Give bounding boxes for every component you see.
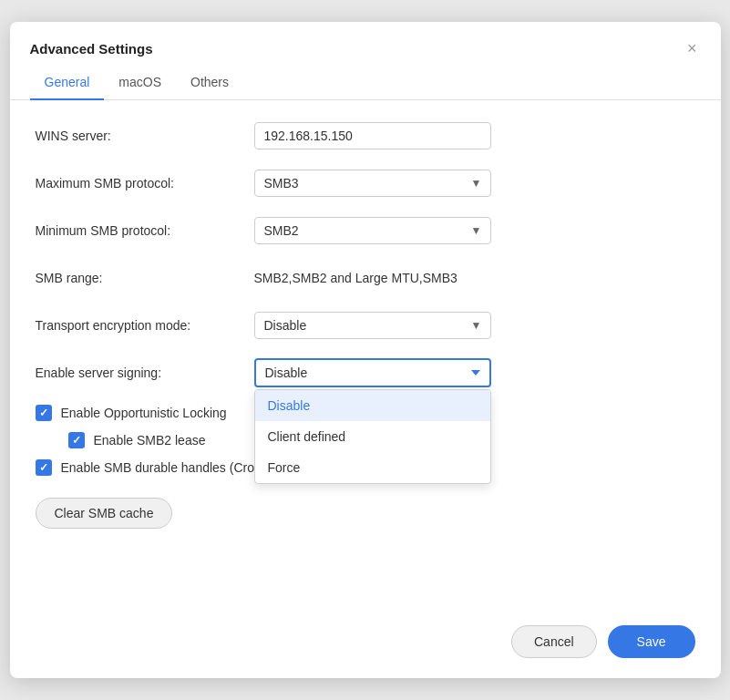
save-button[interactable]: Save <box>608 625 695 658</box>
check-icon: ✓ <box>39 462 48 473</box>
advanced-settings-dialog: Advanced Settings × General macOS Others… <box>10 22 721 678</box>
dialog-body: WINS server: Maximum SMB protocol: SMB3 … <box>10 100 721 608</box>
dialog-footer: Cancel Save <box>10 607 721 678</box>
check-icon: ✓ <box>72 435 81 446</box>
transport-enc-row: Transport encryption mode: Disable Enabl… <box>36 310 695 341</box>
tab-others[interactable]: Others <box>176 67 243 100</box>
transport-enc-label: Transport encryption mode: <box>36 318 254 333</box>
smb-range-value: SMB2,SMB2 and Large MTU,SMB3 <box>254 271 458 285</box>
server-signing-selected-value: Disable <box>265 365 308 380</box>
server-signing-label: Enable server signing: <box>36 365 254 380</box>
tab-general[interactable]: General <box>30 67 105 100</box>
dropdown-option-force[interactable]: Force <box>255 452 490 483</box>
close-button[interactable]: × <box>684 38 701 58</box>
server-signing-row: Enable server signing: Disable Disable C… <box>36 357 695 388</box>
server-signing-chevron-icon <box>471 370 480 376</box>
check-icon: ✓ <box>39 407 48 418</box>
min-smb-select[interactable]: SMB1 SMB2 SMB3 <box>254 217 491 244</box>
opportunistic-locking-checkbox[interactable]: ✓ <box>36 405 52 421</box>
wins-server-label: WINS server: <box>36 129 254 143</box>
wins-server-input-wrapper <box>254 122 491 149</box>
dropdown-option-disable[interactable]: Disable <box>255 390 490 421</box>
server-signing-trigger[interactable]: Disable <box>254 358 491 387</box>
clear-smb-cache-button[interactable]: Clear SMB cache <box>36 498 173 529</box>
wins-server-row: WINS server: <box>36 120 695 151</box>
min-smb-row: Minimum SMB protocol: SMB1 SMB2 SMB3 ▼ <box>36 215 695 246</box>
min-smb-label: Minimum SMB protocol: <box>36 223 254 238</box>
max-smb-select[interactable]: SMB3 SMB2 SMB1 <box>254 170 491 197</box>
cancel-button[interactable]: Cancel <box>511 625 597 658</box>
server-signing-dropdown-menu: Disable Client defined Force <box>254 389 491 484</box>
dropdown-option-client-defined[interactable]: Client defined <box>255 421 490 452</box>
dialog-header: Advanced Settings × <box>10 22 721 67</box>
transport-enc-select[interactable]: Disable Enable <box>254 312 491 339</box>
smb-range-row: SMB range: SMB2,SMB2 and Large MTU,SMB3 <box>36 262 695 293</box>
transport-enc-select-wrapper: Disable Enable ▼ <box>254 312 491 339</box>
smb2-lease-label: Enable SMB2 lease <box>94 433 206 448</box>
max-smb-row: Maximum SMB protocol: SMB3 SMB2 SMB1 ▼ <box>36 168 695 199</box>
durable-handles-checkbox[interactable]: ✓ <box>36 459 52 476</box>
min-smb-select-wrapper: SMB1 SMB2 SMB3 ▼ <box>254 217 491 244</box>
smb-range-label: SMB range: <box>36 271 254 285</box>
opportunistic-locking-label: Enable Opportunistic Locking <box>61 406 227 420</box>
wins-server-input[interactable] <box>254 122 491 149</box>
max-smb-label: Maximum SMB protocol: <box>36 176 254 190</box>
tab-macos[interactable]: macOS <box>104 67 176 100</box>
server-signing-dropdown-container: Disable Disable Client defined Force <box>254 358 491 387</box>
tab-bar: General macOS Others <box>10 67 721 100</box>
dialog-title: Advanced Settings <box>30 41 153 57</box>
max-smb-select-wrapper: SMB3 SMB2 SMB1 ▼ <box>254 170 491 197</box>
smb2-lease-checkbox[interactable]: ✓ <box>68 432 85 448</box>
